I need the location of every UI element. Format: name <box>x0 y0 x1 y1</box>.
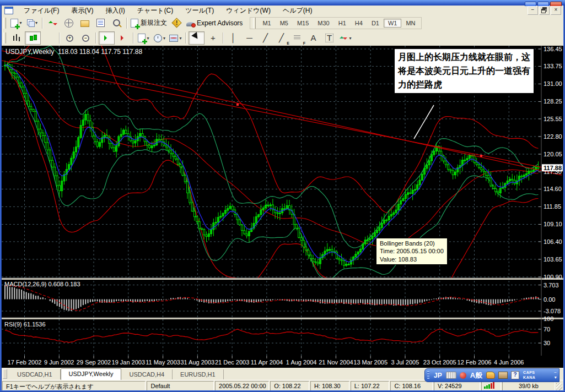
resize-grip[interactable] <box>556 381 563 391</box>
timeframe-button-d1[interactable]: D1 <box>367 19 384 28</box>
chart-tab-usdjpy-weekly[interactable]: USDJPY,Weekly <box>61 368 122 380</box>
status-profile[interactable]: Default <box>147 381 214 391</box>
tabs-grip[interactable] <box>3 369 7 379</box>
fibonacci-button[interactable]: F <box>290 32 305 44</box>
new-chart-button[interactable]: ▾ <box>9 17 24 29</box>
crosshair-button[interactable]: + <box>206 32 220 44</box>
svg-text:128.25: 128.25 <box>544 98 562 105</box>
chart-text-annotation[interactable]: 月图上的长期压力线就在眼前，这将是本波美元日元上升的一道强有力的拦路虎 <box>394 48 535 94</box>
menu-item--v-[interactable]: 表示(V) <box>65 6 99 16</box>
indicators-button[interactable]: ▾ <box>136 32 151 44</box>
ime-kana-button[interactable]: KANA <box>523 375 535 380</box>
navigator-button[interactable] <box>77 17 92 29</box>
timeframe-button-m1[interactable]: M1 <box>258 19 275 28</box>
cursor-button[interactable] <box>189 31 205 45</box>
data-window-icon <box>64 19 73 28</box>
trendline-button[interactable]: ╱ <box>258 32 273 44</box>
timeframe-button-mn[interactable]: MN <box>401 19 419 28</box>
mdi-minimize-button[interactable]: − <box>528 6 538 15</box>
zoom-out-button[interactable]: − <box>78 32 93 44</box>
timeframe-button-m5[interactable]: M5 <box>276 19 293 28</box>
timeframe-button-h4[interactable]: H4 <box>351 19 367 28</box>
chart-tab-usdcad-h1[interactable]: USDCAD,H1 <box>9 369 61 379</box>
mt4-window: ファイル(F)表示(V)挿入(I)チャート(C)ツール(T)ウィンドウ(W)ヘル… <box>0 0 565 392</box>
window-titlebar[interactable] <box>0 0 565 6</box>
chart-window-icon[interactable] <box>4 7 13 14</box>
tooltip-title: Bollinger Bands (20) <box>380 239 444 247</box>
keyboard-icon[interactable] <box>446 372 456 379</box>
mdi-close-button[interactable]: × <box>551 6 561 15</box>
ime-language-button[interactable]: JP <box>432 372 444 379</box>
mdi-restore-button[interactable] <box>539 6 550 15</box>
ime-pointer-icon[interactable] <box>460 372 466 379</box>
trendline-anchor-dot <box>236 104 239 106</box>
arrows-button[interactable]: ▾ <box>338 32 353 44</box>
candlestick-icon <box>29 34 37 42</box>
auto-scroll-button[interactable] <box>99 31 115 45</box>
window-minimize-button[interactable] <box>525 2 536 6</box>
ime-caps-button[interactable]: CAPS <box>523 371 535 375</box>
svg-text:3 Jul 2005: 3 Jul 2005 <box>391 359 419 366</box>
candlestick-chart-button[interactable] <box>25 31 41 45</box>
bar-chart-button[interactable] <box>9 32 24 44</box>
ime-grip[interactable] <box>427 371 429 380</box>
chart-tab-eurusd-h1[interactable]: EURUSD,H1 <box>173 369 224 379</box>
menu-item--c-[interactable]: チャート(C) <box>131 6 180 16</box>
strategy-tester-button[interactable] <box>109 17 124 29</box>
new-order-label: 新規注文 <box>141 18 167 28</box>
chart-tab-usdcad-h4[interactable]: USDCAD,H4 <box>121 369 173 379</box>
ime-input-mode-button[interactable]: A般 <box>468 371 485 380</box>
connection-status-icon <box>481 381 501 391</box>
menu-item--i-[interactable]: 挿入(I) <box>99 6 131 16</box>
status-close: C: 108.16 <box>390 381 433 391</box>
chart-shift-button[interactable] <box>116 32 131 44</box>
chart-area[interactable]: 136.45133.75131.00128.25125.55122.80120.… <box>2 46 563 368</box>
svg-text:125.55: 125.55 <box>544 116 562 122</box>
data-window-button[interactable] <box>61 17 76 29</box>
text-label-button[interactable]: T <box>322 32 337 44</box>
vertical-line-button[interactable]: │ <box>226 32 241 44</box>
text-button[interactable]: A <box>306 32 321 44</box>
menu-item--t-[interactable]: ツール(T) <box>179 6 220 16</box>
menu-item--h-[interactable]: ヘルプ(H) <box>277 6 319 16</box>
crosshair-icon: + <box>211 34 216 42</box>
new-order-button[interactable]: 新規注文 <box>130 17 168 29</box>
terminal-button[interactable] <box>93 17 108 29</box>
svg-text:106.40: 106.40 <box>544 238 562 245</box>
tester-magnifier-icon <box>113 19 120 26</box>
svg-text:133.75: 133.75 <box>544 63 562 69</box>
horizontal-line-button[interactable]: ─ <box>242 32 257 44</box>
trendline-anchor-dot <box>480 155 482 157</box>
templates-icon <box>169 35 178 42</box>
channel-icon: ╱ <box>279 34 284 42</box>
toolbar-grip[interactable] <box>253 18 256 29</box>
svg-text:103.65: 103.65 <box>544 256 562 263</box>
timeframe-button-h1[interactable]: H1 <box>334 19 351 28</box>
market-watch-button[interactable] <box>45 17 60 29</box>
ime-palette-icon[interactable] <box>486 372 495 379</box>
profiles-button[interactable]: ▾ <box>25 17 40 29</box>
templates-button[interactable]: ▾ <box>168 32 183 44</box>
metaeditor-button[interactable]: ! <box>169 17 184 29</box>
ime-options-button[interactable]: ▾ <box>555 375 557 380</box>
periods-button[interactable]: ▾ <box>152 32 167 44</box>
menu-item--w-[interactable]: ウィンドウ(W) <box>220 6 277 16</box>
toolbar-grip[interactable] <box>3 18 6 29</box>
ime-toolbox-icon[interactable] <box>498 372 508 379</box>
trendline-icon: ╱ <box>263 34 268 42</box>
ime-help-icon[interactable]: ? <box>511 371 519 379</box>
channel-button[interactable]: ╱ E <box>274 32 289 44</box>
window-close-button[interactable] <box>550 2 562 6</box>
line-chart-button[interactable] <box>42 32 57 44</box>
timeframe-button-w1[interactable]: W1 <box>384 19 402 28</box>
profiles-icon <box>27 19 34 26</box>
timeframe-button-m30[interactable]: M30 <box>313 19 333 28</box>
menu-item--f-[interactable]: ファイル(F) <box>18 6 65 16</box>
bollinger-lower-line <box>5 65 539 280</box>
expert-advisors-button[interactable]: Expert Advisors <box>185 17 244 29</box>
toolbar-grip[interactable] <box>3 32 6 43</box>
window-maximize-button[interactable] <box>537 2 549 6</box>
zoom-in-button[interactable]: + <box>62 32 77 44</box>
chevron-down-icon: ▾ <box>163 36 165 41</box>
timeframe-button-m15[interactable]: M15 <box>293 19 313 28</box>
